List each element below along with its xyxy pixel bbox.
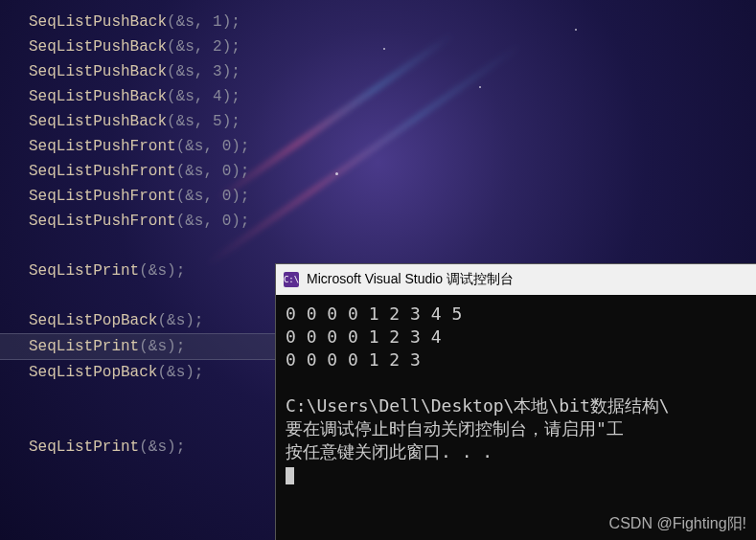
bg-star [335,172,338,175]
vs-console-icon: C:\ [284,272,299,287]
console-line: 按任意键关闭此窗口. . . [286,440,746,463]
code-line: SeqListPushBack(&s, 2); [29,34,287,59]
code-line: SeqListPushBack(&s, 3); [29,59,287,84]
code-line: SeqListPushBack(&s, 5); [29,109,287,134]
code-line: SeqListPrint(&s); [29,435,287,460]
code-line: SeqListPushBack(&s, 4); [29,84,287,109]
code-line: SeqListPushFront(&s, 0); [29,159,287,184]
console-line: C:\Users\Dell\Desktop\本地\bit数据结构\ [286,394,746,417]
code-line: SeqListPrint(&s); [29,259,287,283]
code-editor[interactable]: SeqListPushBack(&s, 1); SeqListPushBack(… [29,10,287,460]
cursor [286,467,294,484]
code-line: SeqListPushBack(&s, 1); [29,10,287,34]
console-titlebar[interactable]: C:\ Microsoft Visual Studio 调试控制台 [276,264,756,295]
console-line: 要在调试停止时自动关闭控制台，请启用"工 [286,417,746,440]
code-line: SeqListPushFront(&s, 0); [29,184,287,209]
code-line: SeqListPushFront(&s, 0); [29,134,287,159]
console-line: 0 0 0 0 1 2 3 4 [286,326,746,349]
code-line: SeqListPopBack(&s); [29,360,287,385]
console-line: 0 0 0 0 1 2 3 [286,349,746,371]
code-line-highlighted: SeqListPrint(&s); [0,333,287,360]
bg-star [575,29,577,31]
console-title: Microsoft Visual Studio 调试控制台 [307,271,514,288]
debug-console-window[interactable]: C:\ Microsoft Visual Studio 调试控制台 0 0 0 … [275,263,756,540]
bg-star [479,86,481,88]
code-line: SeqListPushFront(&s, 0); [29,209,287,234]
bg-star [383,48,385,50]
console-output[interactable]: 0 0 0 0 1 2 3 4 50 0 0 0 1 2 3 40 0 0 0 … [276,295,756,494]
watermark: CSDN @Fighting阳! [609,514,746,534]
code-line: SeqListPopBack(&s); [29,308,287,333]
console-line: 0 0 0 0 1 2 3 4 5 [286,303,746,326]
